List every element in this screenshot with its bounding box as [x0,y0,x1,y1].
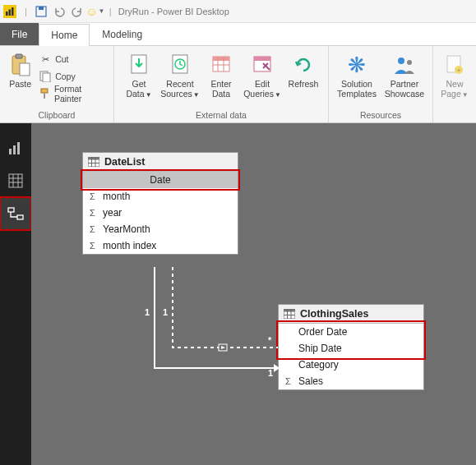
cut-icon: ✂ [39,54,52,64]
edit-queries-icon [249,53,275,77]
solution-templates-button[interactable]: ❋Solution Templates [334,49,380,99]
new-page-icon: + [441,53,468,77]
tab-modeling[interactable]: Modeling [90,23,155,45]
paste-button[interactable]: Paste [5,49,35,89]
svg-rect-7 [20,63,30,76]
ribbon-tabs: File Home Modeling [0,23,476,46]
relationship-solid[interactable] [31,123,475,465]
quick-access-toolbar: | ☺▼ | [21,2,115,21]
svg-rect-36 [17,215,23,219]
save-icon[interactable] [34,2,49,21]
svg-rect-30 [9,174,22,187]
data-view-button[interactable] [0,164,31,197]
cut-button[interactable]: ✂Cut [37,51,109,67]
redo-icon[interactable] [70,2,85,21]
title-bar: | ☺▼ | DryRun - Power BI Desktop [0,0,476,23]
edit-queries-button[interactable]: Edit Queries▼ [243,49,282,99]
get-data-icon [126,53,152,77]
svg-text:+: + [457,67,461,74]
cardinality-many: * [268,335,271,345]
view-switcher [0,123,31,465]
cardinality-one: 1 [268,368,273,378]
solution-templates-icon: ❋ [344,53,370,77]
app-icon [3,5,16,18]
svg-rect-16 [213,57,229,61]
tab-file[interactable]: File [0,23,39,45]
svg-rect-1 [9,9,12,16]
copy-button[interactable]: Copy [37,68,109,85]
undo-icon[interactable] [52,2,67,21]
svg-rect-21 [254,57,270,61]
svg-rect-6 [16,54,22,58]
window-title: DryRun - Power BI Desktop [118,7,229,16]
ribbon-group-clipboard: Paste ✂Cut Copy Format Painter Clipboard [0,46,114,122]
svg-rect-28 [13,145,16,154]
svg-rect-10 [41,89,48,93]
svg-rect-35 [8,208,14,212]
tab-home[interactable]: Home [39,24,90,46]
partner-showcase-button[interactable]: Partner Showcase [381,49,427,99]
smiley-icon[interactable]: ☺▼ [88,2,103,21]
svg-rect-27 [9,149,12,154]
new-page-button[interactable]: +New Page▼ [438,49,471,99]
svg-rect-0 [6,12,8,16]
report-view-button[interactable] [0,131,31,164]
format-painter-button[interactable]: Format Painter [37,85,109,102]
get-data-button[interactable]: Get Data▼ [119,49,159,99]
svg-rect-4 [39,7,44,10]
cardinality-one: 1 [163,307,168,317]
enter-data-icon [208,53,234,77]
refresh-icon [290,53,317,77]
ribbon-group-external-data: Get Data▼ Recent Sources▼ Enter Data Edi… [114,46,329,122]
copy-icon [39,71,52,82]
ribbon: Paste ✂Cut Copy Format Painter Clipboard… [0,46,476,123]
ribbon-group-resources: ❋Solution Templates Partner Showcase Res… [329,46,433,122]
recent-sources-button[interactable]: Recent Sources▼ [160,49,200,99]
enter-data-button[interactable]: Enter Data [201,49,241,99]
work-area: DateList Date Σmonth Σyear ΣYearMonth Σm… [0,123,476,465]
partner-showcase-icon [391,53,418,77]
svg-rect-2 [12,7,14,16]
refresh-button[interactable]: Refresh [284,49,323,89]
paste-icon [7,53,34,77]
svg-point-23 [407,60,412,65]
svg-rect-9 [43,73,50,82]
svg-rect-11 [44,93,45,99]
cardinality-one: 1 [145,307,150,317]
svg-rect-29 [17,142,20,154]
model-canvas[interactable]: DateList Date Σmonth Σyear ΣYearMonth Σm… [31,123,476,465]
ribbon-group-newpage: +New Page▼ [433,46,476,122]
format-painter-icon [39,88,51,99]
svg-point-22 [398,58,404,64]
model-view-button[interactable] [0,197,31,230]
recent-sources-icon [167,53,193,77]
